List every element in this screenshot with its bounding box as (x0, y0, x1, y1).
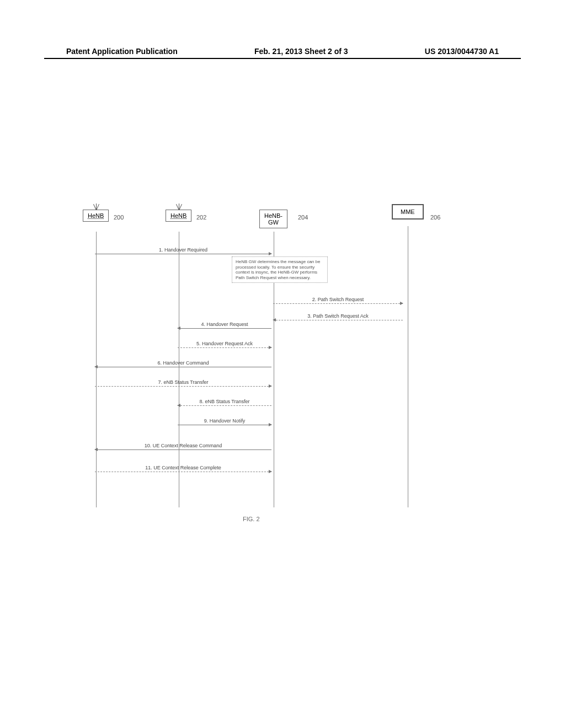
msg-5-label: 5. Handover Request Ack (178, 341, 271, 346)
msg-4-label: 4. Handover Request (178, 322, 271, 327)
note-text: HeNB GW determines the message can be pr… (236, 259, 320, 280)
msg-11: 11. UE Context Release Complete (95, 472, 271, 479)
node-label: HeNB (88, 212, 104, 219)
msg-2-label: 2. Path Switch Request (273, 297, 403, 302)
msg-6-label: 6. Handover Command (95, 360, 271, 366)
figure-label: FIG. 2 (243, 516, 260, 522)
lifeline-henb-gw: HeNB- GW 204 (259, 210, 287, 228)
msg-8-label: 8. eNB Status Transfer (178, 399, 271, 404)
msg-4: 4. Handover Request (178, 328, 271, 336)
msg-6: 6. Handover Command (95, 367, 271, 374)
antenna-icon (175, 204, 182, 210)
msg-2: 2. Path Switch Request (273, 303, 403, 311)
sequence-diagram: HeNB 200 HeNB 202 HeNB- GW 204 MME 206 (83, 210, 480, 540)
header-rule (44, 58, 521, 59)
lifeline-henb-202: HeNB 202 (166, 210, 191, 222)
msg-3-label: 3. Path Switch Request Ack (273, 313, 403, 319)
ref-202: 202 (196, 214, 206, 221)
node-henb-gw: HeNB- GW (259, 210, 287, 228)
header-mid: Feb. 21, 2013 Sheet 2 of 3 (254, 47, 348, 56)
lifeline-mme: MME 206 (392, 210, 424, 225)
msg-1-label: 1. Handover Required (95, 247, 271, 253)
msg-3: 3. Path Switch Request Ack (273, 320, 403, 328)
antenna-icon (93, 204, 99, 210)
lifeline-line (408, 226, 408, 507)
lifeline-henb-200: HeNB 200 (83, 210, 109, 222)
msg-9: 9. Handover Notify (178, 425, 271, 432)
node-henb-202: HeNB (166, 210, 191, 222)
header-left: Patent Application Publication (66, 47, 178, 56)
page: Patent Application Publication Feb. 21, … (0, 0, 565, 728)
msg-1: 1. Handover Required (95, 254, 271, 261)
msg-5: 5. Handover Request Ack (178, 347, 271, 355)
node-label: HeNB (170, 212, 186, 219)
page-header: Patent Application Publication Feb. 21, … (66, 47, 499, 56)
header-right: US 2013/0044730 A1 (425, 47, 499, 56)
msg-9-label: 9. Handover Notify (178, 418, 271, 424)
ref-206: 206 (430, 214, 440, 221)
msg-11-label: 11. UE Context Release Complete (95, 465, 271, 470)
msg-7: 7. eNB Status Transfer (95, 386, 271, 394)
ref-204: 204 (298, 214, 308, 221)
msg-10-label: 10. UE Context Release Command (95, 443, 271, 448)
ref-200: 200 (114, 214, 124, 221)
msg-10: 10. UE Context Release Command (95, 449, 271, 457)
node-mme: MME (392, 204, 424, 220)
msg-7-label: 7. eNB Status Transfer (95, 379, 271, 385)
node-henb-200: HeNB (83, 210, 109, 222)
msg-8: 8. eNB Status Transfer (178, 405, 271, 413)
